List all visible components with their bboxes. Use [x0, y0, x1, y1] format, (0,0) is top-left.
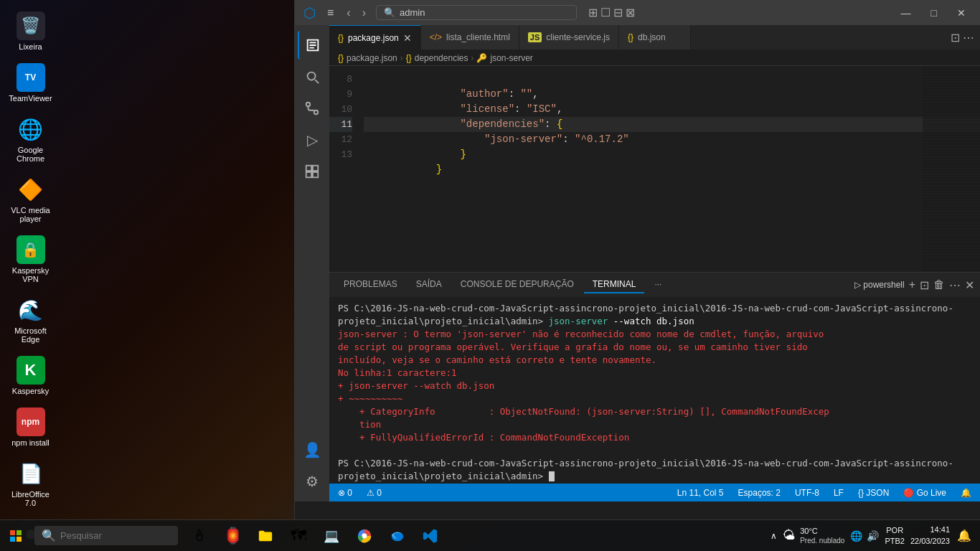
network-icon[interactable]: 🌐: [850, 530, 862, 542]
breadcrumb-file[interactable]: package.json: [347, 53, 397, 63]
file-type[interactable]: {} JSON: [855, 488, 892, 498]
error-count[interactable]: ⊗ 0: [335, 488, 355, 498]
desktop-icon-chrome[interactable]: 🌐 Google Chrome: [4, 110, 57, 167]
desktop-icon-edge[interactable]: 🌊 Microsoft Edge: [4, 291, 57, 348]
weather-temp: 30°C: [800, 526, 844, 536]
clock-time: 14:41: [910, 524, 950, 535]
tab-lista-cliente[interactable]: </> lista_cliente.html: [421, 25, 519, 50]
add-terminal-icon[interactable]: +: [909, 278, 915, 291]
breadcrumb-file-icon: {}: [338, 53, 344, 63]
layout-icon-1[interactable]: ⊞: [588, 6, 598, 19]
activity-bar: ▷ 👤 ⚙: [295, 25, 329, 501]
split-terminal-icon[interactable]: ⊡: [920, 278, 929, 292]
notifications-icon[interactable]: 🔔: [958, 488, 974, 498]
start-button[interactable]: [0, 520, 32, 552]
teamviewer-icon: TV: [17, 63, 45, 92]
clock[interactable]: 14:41 22/03/2023: [910, 524, 950, 547]
tab-more[interactable]: ···: [646, 276, 670, 293]
minimize-button[interactable]: —: [892, 4, 920, 22]
minimap: [923, 66, 980, 272]
cliente-service-icon: JS: [528, 32, 542, 42]
taskbar-search-input[interactable]: [60, 530, 161, 541]
taskbar-explorer[interactable]: [250, 520, 281, 552]
desktop-icon-teamviewer[interactable]: TV TeamViewer: [4, 59, 57, 107]
taskbar-vscode[interactable]: [415, 520, 446, 552]
search-button[interactable]: [298, 62, 326, 91]
extensions-button[interactable]: [298, 157, 326, 186]
desktop-icon-kaspersky[interactable]: K Kaspersky: [4, 352, 57, 400]
taskbar-sys-icons: 🌐 🔊: [850, 530, 879, 542]
desktop-icon-vlc[interactable]: 🔶 VLC media player: [4, 171, 57, 227]
title-search-input[interactable]: [400, 7, 543, 18]
go-live[interactable]: 🔴 Go Live: [900, 488, 949, 498]
taskbar-edge[interactable]: [382, 520, 413, 552]
terminal-actions: ▷ powershell + ⊡ 🗑 ⋯ ✕: [854, 278, 974, 292]
terminal-error-2: de script ou programa operável. Verifiqu…: [338, 341, 971, 354]
tab-debug-console[interactable]: CONSOLE DE DEPURAÇÃO: [452, 276, 583, 293]
volume-icon[interactable]: 🔊: [867, 530, 879, 542]
encoding[interactable]: UTF-8: [792, 488, 822, 498]
account-button[interactable]: 👤: [298, 435, 326, 464]
taskbar-lantern-1[interactable]: 🕯: [184, 520, 215, 552]
svg-rect-4: [306, 166, 311, 171]
teamviewer-label: TeamViewer: [9, 94, 52, 103]
tab-output[interactable]: SAÍDA: [407, 276, 451, 293]
tab-cliente-service[interactable]: JS cliente-service.js: [519, 25, 619, 50]
taskbar-powershell[interactable]: 💻: [316, 520, 347, 552]
maximize-button[interactable]: □: [923, 4, 946, 22]
tab-close-package-json[interactable]: ✕: [403, 32, 412, 44]
code-line-8: "author": "",: [364, 72, 980, 87]
source-control-button[interactable]: [298, 94, 326, 123]
taskbar-lantern-2[interactable]: 🏮: [217, 520, 248, 552]
terminal-line-2: PS C:\2016-JS-na-web-crud-com-JavaScript…: [338, 457, 971, 483]
close-panel-icon[interactable]: ✕: [965, 278, 974, 292]
settings-button[interactable]: ⚙: [298, 467, 326, 496]
breadcrumb-key[interactable]: json-server: [490, 53, 532, 63]
layout-icon-4[interactable]: ⊠: [626, 6, 635, 19]
tab-problems[interactable]: PROBLEMAS: [335, 276, 406, 293]
tab-package-json[interactable]: {} package.json ✕: [329, 25, 421, 50]
tray-up-arrow[interactable]: ∧: [771, 531, 777, 541]
notification-bell[interactable]: 🔔: [957, 529, 971, 542]
explorer-button[interactable]: [298, 31, 326, 60]
edge-icon: 🌊: [17, 296, 45, 324]
breadcrumb-section[interactable]: dependencies: [415, 53, 468, 63]
breadcrumb-sep-2: ›: [471, 53, 473, 63]
line-ending[interactable]: LF: [831, 488, 847, 498]
terminal-panel: PROBLEMAS SAÍDA CONSOLE DE DEPURAÇÃO TER…: [329, 272, 980, 501]
terminal-content[interactable]: PS C:\2016-JS-na-web-crud-com-JavaScript…: [329, 298, 980, 501]
terminal-more-icon[interactable]: ⋯: [949, 278, 961, 292]
back-button[interactable]: ‹: [342, 5, 354, 21]
tab-db-json[interactable]: {} db.json: [619, 25, 691, 50]
lista-cliente-icon: </>: [430, 32, 442, 42]
taskbar-maps[interactable]: 🗺: [283, 520, 314, 552]
kaspersky-vpn-icon: 🔒: [17, 235, 45, 264]
desktop-icon-lixeira[interactable]: 🗑️ Lixeira: [4, 7, 57, 55]
tab-more-button[interactable]: ⊡ ⋯: [945, 25, 980, 50]
code-editor[interactable]: 8 9 10 11 12 13 "author": "", "license":…: [329, 66, 980, 272]
powershell-label: ▷ powershell: [854, 280, 905, 290]
taskbar-chrome[interactable]: [349, 520, 380, 552]
terminal-error-5: + json-server --watch db.json: [338, 380, 971, 392]
language-indicator[interactable]: POR PTB2: [885, 525, 905, 546]
desktop-icon-npm[interactable]: npm npm install: [4, 403, 57, 451]
svg-rect-10: [10, 537, 15, 542]
layout-icon-2[interactable]: ☐: [600, 6, 611, 19]
layout-icon-3[interactable]: ⊟: [613, 6, 623, 19]
taskbar-search[interactable]: 🔍: [34, 526, 178, 545]
delete-terminal-icon[interactable]: 🗑: [933, 278, 945, 291]
tab-terminal[interactable]: TERMINAL: [584, 276, 645, 293]
spaces[interactable]: Espaços: 2: [735, 488, 783, 498]
panel-tabs: PROBLEMAS SAÍDA CONSOLE DE DEPURAÇÃO TER…: [329, 273, 980, 298]
desktop-icon-kaspersky-vpn[interactable]: 🔒 Kaspersky VPN: [4, 231, 57, 288]
search-icon: 🔍: [384, 7, 395, 18]
hamburger-icon[interactable]: ≡: [324, 4, 336, 22]
run-debug-button[interactable]: ▷: [298, 126, 326, 154]
warning-count[interactable]: ⚠ 0: [364, 488, 385, 498]
desktop-icon-libreoffice[interactable]: 📄 LibreOffice 7.0: [4, 455, 57, 512]
close-button[interactable]: ✕: [948, 4, 974, 22]
forward-button[interactable]: ›: [358, 5, 370, 21]
system-tray: ∧: [771, 531, 777, 541]
title-search[interactable]: 🔍: [376, 5, 577, 20]
cursor-position[interactable]: Ln 11, Col 5: [674, 488, 727, 498]
